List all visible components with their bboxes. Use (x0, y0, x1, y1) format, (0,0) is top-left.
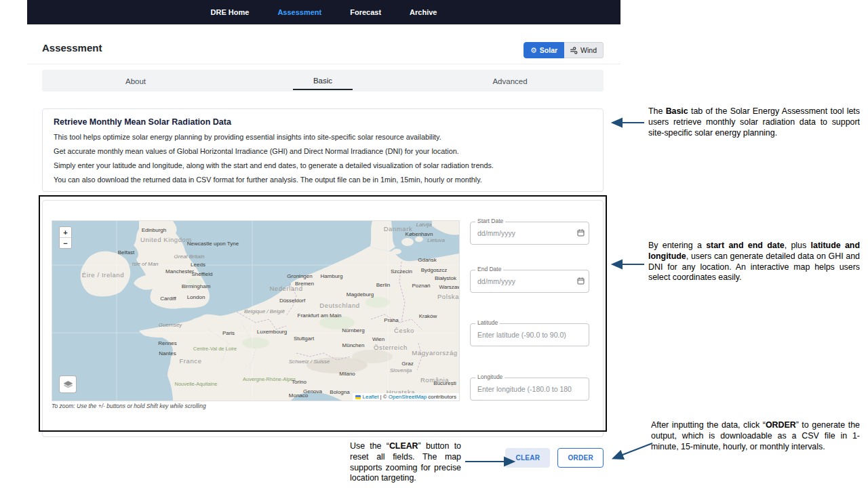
clear-button[interactable]: CLEAR (505, 448, 550, 468)
latitude-label: Latitude (475, 319, 500, 326)
longitude-label: Longitude (475, 373, 505, 380)
zoom-out-button[interactable]: − (60, 237, 71, 248)
longitude-field: Longitude (470, 378, 589, 401)
wind-button-label: Wind (580, 46, 597, 54)
nav-item-assessment[interactable]: Assessment (277, 8, 321, 16)
annotation-basic-tab: The Basic tab of the Solar Energy Assess… (648, 106, 860, 138)
annotation-inputs: By entering a start and end date, plus l… (648, 241, 860, 283)
form-actions: CLEAR ORDER (505, 448, 604, 468)
info-paragraph: This tool helps optimize solar energy pl… (54, 133, 592, 141)
assessment-tabs: About Basic Advanced (42, 70, 604, 92)
tab-about[interactable]: About (42, 70, 229, 92)
latitude-field: Latitude (470, 323, 589, 346)
info-paragraph: You can also download the returned data … (54, 176, 592, 184)
osm-link[interactable]: OpenStreetMap (389, 394, 427, 400)
solar-mode-button[interactable]: ⚙ Solar (524, 42, 564, 58)
assessment-page: Assessment ⚙ Solar Wind About Basic Adva… (27, 24, 620, 488)
start-date-field: Start Date (470, 222, 589, 245)
wind-icon (570, 47, 578, 54)
solar-button-label: Solar (540, 46, 557, 54)
gear-icon: ⚙ (530, 47, 537, 54)
map-zoom-hint: To zoom: Use the +/- buttons or hold Shi… (52, 403, 206, 409)
start-date-input[interactable] (470, 222, 589, 245)
longitude-input[interactable] (470, 378, 589, 401)
info-paragraph: Simply enter your latitude and longitude… (54, 161, 592, 169)
latitude-input[interactable] (470, 323, 589, 346)
top-navbar: DRE Home Assessment Forecast Archive (27, 0, 620, 24)
order-button[interactable]: ORDER (557, 448, 604, 468)
map-zoom-control: + − (59, 226, 72, 249)
page-title: Assessment (42, 42, 102, 54)
layers-icon (63, 380, 73, 389)
leaflet-link[interactable]: Leaflet (362, 394, 378, 400)
end-date-field: End Date (470, 270, 589, 293)
header-divider (27, 64, 620, 64)
end-date-input[interactable] (470, 270, 589, 293)
info-paragraph: Get accurate monthly mean values of Glob… (54, 147, 592, 155)
annotation-order: After inputting the data, click “ORDER” … (651, 420, 860, 452)
tab-advanced[interactable]: Advanced (416, 70, 604, 92)
leaflet-flag-icon (355, 395, 361, 399)
location-map[interactable]: LatvijaLietuvaDanmarkKøbenhavnEdinburghU… (52, 220, 460, 401)
nav-item-dre-home[interactable]: DRE Home (211, 8, 250, 16)
wind-mode-button[interactable]: Wind (564, 42, 604, 58)
mode-toggle-group: ⚙ Solar Wind (524, 42, 604, 58)
end-date-label: End Date (475, 266, 503, 272)
zoom-in-button[interactable]: + (60, 227, 71, 237)
nav-item-forecast[interactable]: Forecast (350, 8, 381, 16)
annotation-clear: Use the “CLEAR” button to reset all fiel… (350, 441, 461, 484)
tab-basic[interactable]: Basic (229, 70, 416, 92)
info-card-title: Retrieve Monthly Mean Solar Radiation Da… (54, 117, 592, 127)
map-layers-button[interactable] (59, 375, 77, 393)
data-request-card: LatvijaLietuvaDanmarkKøbenhavnEdinburghU… (42, 200, 604, 437)
start-date-label: Start Date (475, 218, 505, 224)
map-basemap (52, 221, 459, 401)
info-card: Retrieve Monthly Mean Solar Radiation Da… (42, 108, 604, 192)
calendar-icon[interactable] (577, 229, 585, 237)
map-attribution: Leaflet | © OpenStreetMap contributors (353, 393, 459, 401)
calendar-icon[interactable] (577, 277, 585, 285)
nav-item-archive[interactable]: Archive (410, 8, 437, 16)
